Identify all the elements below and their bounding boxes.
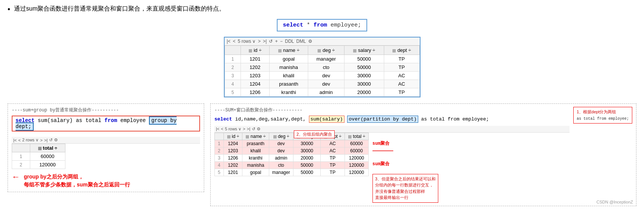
cell-deg: manager (269, 169, 293, 176)
sql-total: total (85, 117, 104, 124)
right-table-row: 5 1201 gopal manager 50000 TP 120000 (215, 169, 369, 176)
toolbar-add[interactable]: + (275, 39, 278, 44)
left-total-header: ▦ total ÷ (30, 144, 65, 152)
toolbar-settings[interactable]: ⚙ (308, 39, 312, 44)
table-row: 1 1201 gopal manager 50000 TP (225, 55, 419, 63)
row-num: 4 (215, 161, 224, 169)
toolbar-remove[interactable]: − (280, 39, 282, 44)
toolbar-next[interactable]: > (258, 39, 261, 44)
cell-dept: AC (321, 140, 345, 147)
toolbar-ddl[interactable]: DDL (285, 39, 294, 44)
table-row: 4 1204 prasanth dev 30000 AC (225, 80, 419, 88)
intro-bullet: • 通过sum聚合函数进行普通常规聚合和窗口聚合，来直观感受窗口函数的特点。 (8, 4, 636, 14)
cell-name: gopal (242, 169, 269, 176)
cell-salary: 50000 (293, 161, 320, 169)
cell-salary: 50000 (344, 63, 384, 72)
left-panel: ----sum+group by普通常规聚合操作---------- selec… (8, 103, 204, 192)
left-toolbar-pagination: 2 rows ∨ (22, 138, 39, 142)
right-toolbar-next[interactable]: > (243, 127, 245, 131)
cell-total: 120000 (345, 161, 368, 169)
sum-label-row1: sum聚合 (372, 140, 438, 154)
right-deg-header: ▦ deg ÷ (269, 133, 293, 140)
toolbar-refresh[interactable]: ↺ (269, 39, 273, 44)
right-annotations: sum聚合 sum聚合 3、但是聚合之后的结果还可以和分组内的每一行数据进行交互… (372, 140, 438, 203)
left-annotation-area: ← group by之后分为两组， 每组不管多少条数据，sum聚合之后返回一行 (12, 173, 200, 189)
right-result-table: ▦ id ÷ ▦ name ÷ ▦ deg ÷ ▦ salary ÷ ▦ dep… (214, 133, 369, 176)
cell-id: 1201 (241, 55, 270, 63)
cell-salary: 30000 (293, 147, 320, 154)
csdn-watermark: CSDN @InceptionZ (596, 200, 633, 204)
left-annotation-text: group by之后分为两组， 每组不管多少条数据，sum聚合之后返回一行 (24, 173, 130, 189)
col-name-header: ▦ name ÷ (269, 46, 308, 55)
toolbar-dml[interactable]: DML (296, 39, 306, 44)
left-toolbar-refresh[interactable]: ↺ (49, 138, 53, 142)
table-row: 3 1203 khalil dev 30000 AC (225, 72, 419, 80)
left-sql-line: select sum(salary) as total from employe… (12, 116, 200, 135)
cell-deg: dev (308, 72, 345, 80)
keyword-select: select (283, 22, 303, 28)
col-dept-header: ▦ dept ÷ (384, 46, 419, 55)
sum-label-1: sum聚合 (372, 140, 438, 147)
cell-dept: TP (384, 63, 419, 72)
left-result-table: ▦ total ÷ 1 60000 2 120000 (12, 144, 65, 169)
cell-deg: cto (269, 161, 293, 169)
left-toolbar-settings[interactable]: ⚙ (54, 138, 58, 142)
row-num: 2 (215, 147, 224, 154)
right-toolbar-refresh[interactable]: ↺ (252, 127, 255, 131)
cell-id: 1202 (241, 63, 270, 72)
right-toolbar-settings[interactable]: ⚙ (257, 127, 261, 131)
keyword-from: from (313, 22, 327, 28)
cell-salary: 50000 (344, 55, 384, 63)
keyword-from: from (104, 117, 117, 124)
bottom-panels: ----sum+group by普通常规聚合操作---------- selec… (8, 103, 636, 206)
right-toolbar-pagination: 5 rows ∨ (225, 127, 241, 131)
right-note3: 3、但是聚合之后的结果还可以和分组内的每一行数据进行交互，并没有像普通聚合过程那… (372, 174, 438, 203)
over-highlighted: over(partition by dept) (347, 116, 418, 123)
right-panel: ----SUM+窗口函数聚合操作----------- select id,na… (210, 103, 636, 206)
right-panel-title: ----SUM+窗口函数聚合操作----------- (214, 107, 570, 113)
left-toolbar-last[interactable]: >| (44, 138, 48, 142)
row-num: 1 (215, 140, 224, 147)
toolbar-first[interactable]: |< (227, 39, 231, 44)
left-mini-toolbar: |< < 2 rows ∨ > >| ↺ ⚙ (12, 137, 200, 144)
left-rownum-header (12, 144, 30, 152)
cell-id: 1203 (223, 147, 242, 154)
left-toolbar-prev[interactable]: < (18, 138, 20, 142)
cell-name: kranthi (269, 88, 308, 97)
cell-dept: AC (321, 147, 345, 154)
cell-deg: manager (308, 55, 345, 63)
sql-star: * (307, 22, 313, 28)
right-toolbar-first[interactable]: |< (216, 127, 219, 131)
cell-id: 1201 (223, 169, 242, 176)
col-deg-header: ▦ deg ÷ (308, 46, 345, 55)
table-row: 2 1202 manisha cto 50000 TP (225, 63, 419, 72)
cell-salary: 50000 (293, 169, 320, 176)
row-num: 5 (215, 169, 224, 176)
row-num: 2 (225, 63, 241, 72)
row-num: 1 (12, 152, 30, 161)
right-toolbar-last[interactable]: >| (247, 127, 250, 131)
left-toolbar-next[interactable]: > (40, 138, 42, 142)
right-mini-toolbar: |< < 5 rows ∨ > >| ↺ ⚙ (214, 126, 570, 133)
annotation-line1: group by之后分为两组， (24, 173, 130, 181)
left-table-row: 2 120000 (12, 161, 65, 169)
cell-total: 60000 (345, 147, 368, 154)
sum-highlighted: sum(salary) (309, 116, 345, 123)
toolbar-prev[interactable]: < (233, 39, 236, 44)
left-toolbar-first[interactable]: |< (13, 138, 17, 142)
kw-select: select (214, 116, 232, 122)
cell-dept: TP (321, 161, 345, 169)
sql-as-total: as total from employee; (421, 116, 489, 122)
cell-salary: 30000 (344, 72, 384, 80)
cell-salary: 20000 (293, 154, 320, 161)
toolbar-last[interactable]: >| (263, 39, 267, 44)
cell-id: 1202 (223, 161, 242, 169)
toolbar-pagination: 5 rows ∨ (238, 39, 256, 44)
sql-table: employee; (331, 22, 361, 28)
row-num: 5 (225, 88, 241, 97)
left-arrow-icon: ← (12, 173, 20, 181)
right-toolbar-prev[interactable]: < (221, 127, 223, 131)
top-data-table: ▦ id ÷ ▦ name ÷ ▦ deg ÷ ▦ salary ÷ ▦ dep… (225, 45, 420, 97)
cell-name: prasanth (242, 140, 269, 147)
sql-select-part: select id,name,deg,salary,dept, (214, 116, 309, 122)
